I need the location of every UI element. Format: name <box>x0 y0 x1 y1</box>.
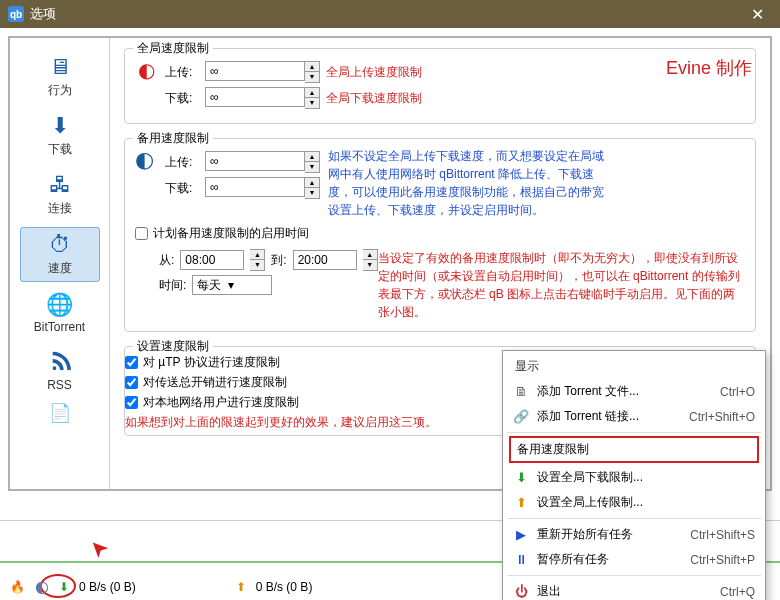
status-upload: 0 B/s (0 B) <box>256 580 313 594</box>
from-time[interactable] <box>180 250 244 270</box>
sidebar-item-rss[interactable]: RSS <box>20 344 100 396</box>
spin-up[interactable]: ▲ <box>305 62 319 72</box>
separator <box>507 575 761 576</box>
upload-label: 上传: <box>165 64 199 81</box>
schedule-label: 计划备用速度限制的启用时间 <box>153 225 309 242</box>
window-title: 选项 <box>30 5 56 23</box>
sidebar-item-bittorrent[interactable]: 🌐 BitTorrent <box>20 288 100 338</box>
alt-upload-input[interactable]: ▲▼ <box>205 151 320 173</box>
cm-pause-all[interactable]: ⏸ 暂停所有任务 Ctrl+Shift+P <box>503 547 765 572</box>
close-icon[interactable]: ✕ <box>743 5 772 24</box>
sidebar-label: 速度 <box>48 260 72 277</box>
exit-icon: ⏻ <box>513 584 529 599</box>
settings-legend: 设置速度限制 <box>133 338 213 355</box>
flame-icon: 🔥 <box>10 580 25 594</box>
document-icon[interactable]: 📄 <box>49 402 71 424</box>
spin-down[interactable]: ▼ <box>305 72 319 82</box>
global-upload-row: 上传: ▲▼ 全局上传速度限制 <box>165 61 422 83</box>
play-icon: ▶ <box>513 527 529 542</box>
to-time[interactable] <box>293 250 357 270</box>
cm-header: 显示 <box>503 354 765 379</box>
annotation-arrow: ➤ <box>83 533 114 564</box>
down-arrow-icon: ⬇ <box>59 580 69 594</box>
status-gauge-icon[interactable]: ◐ <box>35 577 49 596</box>
cm-resume-all[interactable]: ▶ 重新开始所有任务 Ctrl+Shift+S <box>503 522 765 547</box>
global-download-input[interactable]: ▲▼ <box>205 87 320 109</box>
cm-exit[interactable]: ⏻ 退出 Ctrl+Q <box>503 579 765 600</box>
alt-legend: 备用速度限制 <box>133 130 213 147</box>
lan-checkbox[interactable] <box>125 396 138 409</box>
rss-icon <box>49 348 71 376</box>
upload-value[interactable] <box>205 61 305 81</box>
alt-download-label: 下载: <box>165 180 199 197</box>
gauge-alt-icon: ◐ <box>135 147 165 173</box>
download-label: 下载: <box>165 90 199 107</box>
sidebar-item-downloads[interactable]: ⬇ 下载 <box>20 109 100 162</box>
watermark: Evine 制作 <box>666 56 752 80</box>
from-label: 从: <box>159 252 174 269</box>
alt-download-input[interactable]: ▲▼ <box>205 177 320 199</box>
alt-speed-fieldset: 备用速度限制 ◐ 上传: ▲▼ 下载: ▲▼ <box>124 138 756 332</box>
alt-upload-label: 上传: <box>165 154 199 171</box>
link-icon: 🔗 <box>513 409 529 424</box>
sidebar-label: 连接 <box>48 200 72 217</box>
global-speed-fieldset: 全局速度限制 ◐ 上传: ▲▼ 全局上传速度限制 下载: <box>124 48 756 124</box>
titlebar: qb 选项 ✕ <box>0 0 780 28</box>
global-download-note: 全局下载速度限制 <box>326 90 422 107</box>
qb-icon: qb <box>8 6 24 22</box>
context-menu: 显示 🗎 添加 Torrent 文件... Ctrl+O 🔗 添加 Torren… <box>502 350 766 600</box>
download-icon: ⬇ <box>51 113 69 139</box>
period-select[interactable]: 每天 ▾ <box>192 275 272 295</box>
alt-red-note: 当设定了有效的备用速度限制时（即不为无穷大），即使没有到所设定的时间（或未设置自… <box>378 249 745 321</box>
pause-icon: ⏸ <box>513 552 529 567</box>
overhead-checkbox[interactable] <box>125 376 138 389</box>
sidebar-item-speed[interactable]: ⏱ 速度 <box>20 227 100 282</box>
global-legend: 全局速度限制 <box>133 40 213 57</box>
to-label: 到: <box>271 252 286 269</box>
monitor-icon: 🖥 <box>49 54 71 80</box>
sidebar-label: BitTorrent <box>34 320 85 334</box>
status-download: 0 B/s (0 B) <box>79 580 136 594</box>
file-icon: 🗎 <box>513 384 529 399</box>
globe-gear-icon: 🌐 <box>46 292 73 318</box>
schedule-checkbox[interactable] <box>135 227 148 240</box>
sidebar-label: 下载 <box>48 141 72 158</box>
spin-up[interactable]: ▲ <box>305 88 319 98</box>
global-upload-note: 全局上传速度限制 <box>326 64 422 81</box>
separator <box>507 432 761 433</box>
separator <box>507 518 761 519</box>
cm-add-torrent-file[interactable]: 🗎 添加 Torrent 文件... Ctrl+O <box>503 379 765 404</box>
sidebar-label: 行为 <box>48 82 72 99</box>
sidebar-label: RSS <box>47 378 72 392</box>
gauge-red-icon: ◐ <box>135 57 165 83</box>
cm-add-torrent-link[interactable]: 🔗 添加 Torrent 链接... Ctrl+Shift+O <box>503 404 765 429</box>
up-arrow-icon: ⬆ <box>236 580 246 594</box>
sidebar-item-behavior[interactable]: 🖥 行为 <box>20 50 100 103</box>
network-icon: 🖧 <box>49 172 71 198</box>
cm-set-global-download[interactable]: ⬇ 设置全局下载限制... <box>503 465 765 490</box>
upload-limit-icon: ⬆ <box>513 495 529 510</box>
sidebar-item-connection[interactable]: 🖧 连接 <box>20 168 100 221</box>
cm-set-global-upload[interactable]: ⬆ 设置全局上传限制... <box>503 490 765 515</box>
cm-alt-speed-highlight[interactable]: 备用速度限制 <box>509 436 759 463</box>
spin-down[interactable]: ▼ <box>305 98 319 108</box>
sidebar: 🖥 行为 ⬇ 下载 🖧 连接 ⏱ 速度 🌐 BitTorrent RSS 📄 <box>10 38 110 489</box>
utp-checkbox[interactable] <box>125 356 138 369</box>
global-upload-input[interactable]: ▲▼ <box>205 61 320 83</box>
alt-right-note: 如果不设定全局上传下载速度，而又想要设定在局域网中有人使用网络时 qBittor… <box>328 147 608 219</box>
period-label: 时间: <box>159 277 186 294</box>
global-download-row: 下载: ▲▼ 全局下载速度限制 <box>165 87 422 109</box>
download-limit-icon: ⬇ <box>513 470 529 485</box>
gauge-icon: ⏱ <box>49 232 71 258</box>
download-value[interactable] <box>205 87 305 107</box>
